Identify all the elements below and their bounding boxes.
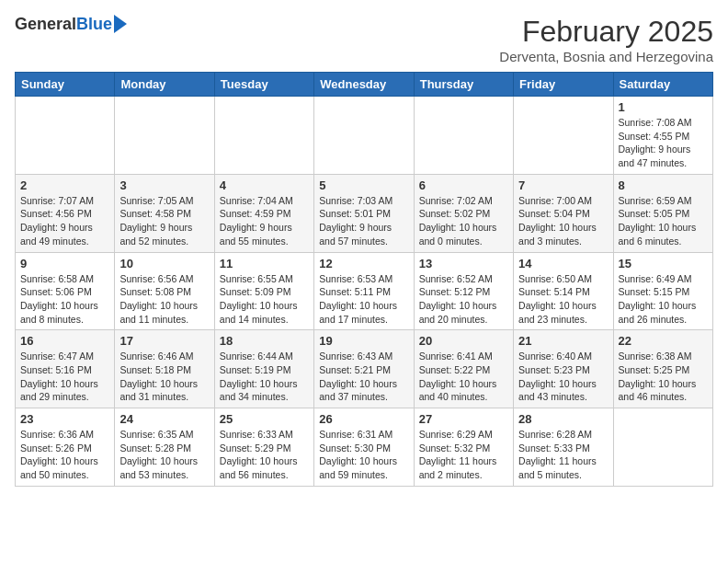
day-number: 15	[619, 257, 708, 270]
calendar-cell: 15Sunrise: 6:49 AM Sunset: 5:15 PM Dayli…	[613, 252, 712, 330]
day-info: Sunrise: 6:36 AM Sunset: 5:26 PM Dayligh…	[20, 428, 109, 482]
calendar-cell: 24Sunrise: 6:35 AM Sunset: 5:28 PM Dayli…	[115, 408, 214, 487]
calendar-cell: 19Sunrise: 6:43 AM Sunset: 5:21 PM Dayli…	[314, 330, 414, 408]
day-info: Sunrise: 6:29 AM Sunset: 5:32 PM Dayligh…	[419, 428, 508, 482]
calendar-cell: 1Sunrise: 7:08 AM Sunset: 4:55 PM Daylig…	[613, 97, 712, 175]
calendar-cell	[16, 97, 115, 175]
day-number: 28	[518, 412, 608, 426]
calendar-cell	[214, 97, 313, 175]
day-number: 23	[20, 412, 109, 426]
calendar-cell: 20Sunrise: 6:41 AM Sunset: 5:22 PM Dayli…	[414, 330, 513, 408]
calendar-week-row: 23Sunrise: 6:36 AM Sunset: 5:26 PM Dayli…	[16, 408, 713, 487]
day-info: Sunrise: 6:31 AM Sunset: 5:30 PM Dayligh…	[319, 428, 408, 482]
calendar-cell: 28Sunrise: 6:28 AM Sunset: 5:33 PM Dayli…	[514, 408, 613, 487]
logo-general-text: General	[15, 15, 76, 34]
calendar-cell: 23Sunrise: 6:36 AM Sunset: 5:26 PM Dayli…	[16, 408, 115, 487]
day-number: 19	[319, 334, 408, 348]
day-number: 6	[419, 178, 508, 192]
calendar-header-row: SundayMondayTuesdayWednesdayThursdayFrid…	[16, 73, 713, 97]
month-title: February 2025	[499, 15, 713, 49]
day-info: Sunrise: 6:41 AM Sunset: 5:22 PM Dayligh…	[419, 350, 508, 404]
day-number: 11	[220, 257, 309, 270]
calendar-cell: 22Sunrise: 6:38 AM Sunset: 5:25 PM Dayli…	[613, 330, 712, 408]
day-info: Sunrise: 6:43 AM Sunset: 5:21 PM Dayligh…	[319, 350, 408, 404]
calendar-cell: 12Sunrise: 6:53 AM Sunset: 5:11 PM Dayli…	[314, 252, 414, 330]
day-number: 25	[220, 412, 309, 426]
logo-blue-text: Blue	[76, 15, 112, 34]
calendar-cell: 25Sunrise: 6:33 AM Sunset: 5:29 PM Dayli…	[214, 408, 313, 487]
day-number: 3	[119, 178, 209, 192]
calendar-cell: 14Sunrise: 6:50 AM Sunset: 5:14 PM Dayli…	[514, 252, 613, 330]
day-number: 13	[419, 257, 508, 270]
calendar-cell: 6Sunrise: 7:02 AM Sunset: 5:02 PM Daylig…	[414, 174, 513, 252]
day-number: 22	[619, 334, 708, 348]
calendar-cell: 10Sunrise: 6:56 AM Sunset: 5:08 PM Dayli…	[115, 252, 214, 330]
day-number: 14	[518, 257, 608, 270]
calendar-cell	[414, 97, 513, 175]
calendar-week-row: 16Sunrise: 6:47 AM Sunset: 5:16 PM Dayli…	[16, 330, 713, 408]
calendar-cell: 27Sunrise: 6:29 AM Sunset: 5:32 PM Dayli…	[414, 408, 513, 487]
calendar-cell: 3Sunrise: 7:05 AM Sunset: 4:58 PM Daylig…	[115, 174, 214, 252]
calendar-header-monday: Monday	[115, 73, 214, 97]
day-number: 16	[20, 334, 109, 348]
day-number: 7	[518, 178, 608, 192]
day-info: Sunrise: 7:08 AM Sunset: 4:55 PM Dayligh…	[619, 116, 708, 170]
day-number: 24	[119, 412, 209, 426]
day-info: Sunrise: 7:03 AM Sunset: 5:01 PM Dayligh…	[319, 194, 408, 248]
calendar-cell: 21Sunrise: 6:40 AM Sunset: 5:23 PM Dayli…	[514, 330, 613, 408]
day-number: 26	[319, 412, 408, 426]
calendar-week-row: 9Sunrise: 6:58 AM Sunset: 5:06 PM Daylig…	[16, 252, 713, 330]
calendar-cell: 16Sunrise: 6:47 AM Sunset: 5:16 PM Dayli…	[16, 330, 115, 408]
day-info: Sunrise: 6:44 AM Sunset: 5:19 PM Dayligh…	[220, 350, 309, 404]
calendar-cell: 5Sunrise: 7:03 AM Sunset: 5:01 PM Daylig…	[314, 174, 414, 252]
day-number: 5	[319, 178, 408, 192]
day-number: 21	[518, 334, 608, 348]
day-info: Sunrise: 6:52 AM Sunset: 5:12 PM Dayligh…	[419, 272, 508, 327]
calendar-week-row: 1Sunrise: 7:08 AM Sunset: 4:55 PM Daylig…	[16, 97, 713, 175]
day-info: Sunrise: 6:35 AM Sunset: 5:28 PM Dayligh…	[119, 428, 209, 482]
day-info: Sunrise: 6:28 AM Sunset: 5:33 PM Dayligh…	[518, 428, 608, 482]
day-info: Sunrise: 6:50 AM Sunset: 5:14 PM Dayligh…	[518, 272, 608, 327]
day-info: Sunrise: 7:00 AM Sunset: 5:04 PM Dayligh…	[518, 194, 608, 248]
calendar-header-saturday: Saturday	[613, 73, 712, 97]
calendar-cell: 17Sunrise: 6:46 AM Sunset: 5:18 PM Dayli…	[115, 330, 214, 408]
day-number: 27	[419, 412, 508, 426]
day-info: Sunrise: 6:53 AM Sunset: 5:11 PM Dayligh…	[319, 272, 408, 327]
day-info: Sunrise: 7:02 AM Sunset: 5:02 PM Dayligh…	[419, 194, 508, 248]
day-info: Sunrise: 7:07 AM Sunset: 4:56 PM Dayligh…	[20, 194, 109, 248]
calendar-table: SundayMondayTuesdayWednesdayThursdayFrid…	[15, 72, 713, 487]
day-info: Sunrise: 7:05 AM Sunset: 4:58 PM Dayligh…	[119, 194, 209, 248]
day-number: 12	[319, 257, 408, 270]
calendar-cell: 7Sunrise: 7:00 AM Sunset: 5:04 PM Daylig…	[514, 174, 613, 252]
calendar-cell: 2Sunrise: 7:07 AM Sunset: 4:56 PM Daylig…	[16, 174, 115, 252]
calendar-cell	[613, 408, 712, 487]
calendar-cell: 18Sunrise: 6:44 AM Sunset: 5:19 PM Dayli…	[214, 330, 313, 408]
calendar-header-friday: Friday	[514, 73, 613, 97]
day-number: 8	[619, 178, 708, 192]
day-number: 17	[119, 334, 209, 348]
day-info: Sunrise: 6:46 AM Sunset: 5:18 PM Dayligh…	[119, 350, 209, 404]
calendar-cell: 11Sunrise: 6:55 AM Sunset: 5:09 PM Dayli…	[214, 252, 313, 330]
day-info: Sunrise: 6:49 AM Sunset: 5:15 PM Dayligh…	[619, 272, 708, 327]
calendar-cell: 4Sunrise: 7:04 AM Sunset: 4:59 PM Daylig…	[214, 174, 313, 252]
day-info: Sunrise: 7:04 AM Sunset: 4:59 PM Dayligh…	[220, 194, 309, 248]
day-number: 18	[220, 334, 309, 348]
day-info: Sunrise: 6:59 AM Sunset: 5:05 PM Dayligh…	[619, 194, 708, 248]
day-number: 4	[220, 178, 309, 192]
calendar-header-tuesday: Tuesday	[214, 73, 313, 97]
day-info: Sunrise: 6:56 AM Sunset: 5:08 PM Dayligh…	[119, 272, 209, 327]
location-text: Derventa, Bosnia and Herzegovina	[499, 49, 713, 64]
calendar-cell: 13Sunrise: 6:52 AM Sunset: 5:12 PM Dayli…	[414, 252, 513, 330]
title-block: February 2025 Derventa, Bosnia and Herze…	[499, 15, 713, 64]
calendar-header-wednesday: Wednesday	[314, 73, 414, 97]
calendar-cell: 26Sunrise: 6:31 AM Sunset: 5:30 PM Dayli…	[314, 408, 414, 487]
logo-arrow-icon	[114, 15, 127, 33]
day-info: Sunrise: 6:33 AM Sunset: 5:29 PM Dayligh…	[220, 428, 309, 482]
day-number: 10	[119, 257, 209, 270]
day-number: 2	[20, 178, 109, 192]
day-info: Sunrise: 6:58 AM Sunset: 5:06 PM Dayligh…	[20, 272, 109, 327]
day-info: Sunrise: 6:47 AM Sunset: 5:16 PM Dayligh…	[20, 350, 109, 404]
calendar-cell	[514, 97, 613, 175]
day-info: Sunrise: 6:38 AM Sunset: 5:25 PM Dayligh…	[619, 350, 708, 404]
day-number: 1	[619, 100, 708, 114]
